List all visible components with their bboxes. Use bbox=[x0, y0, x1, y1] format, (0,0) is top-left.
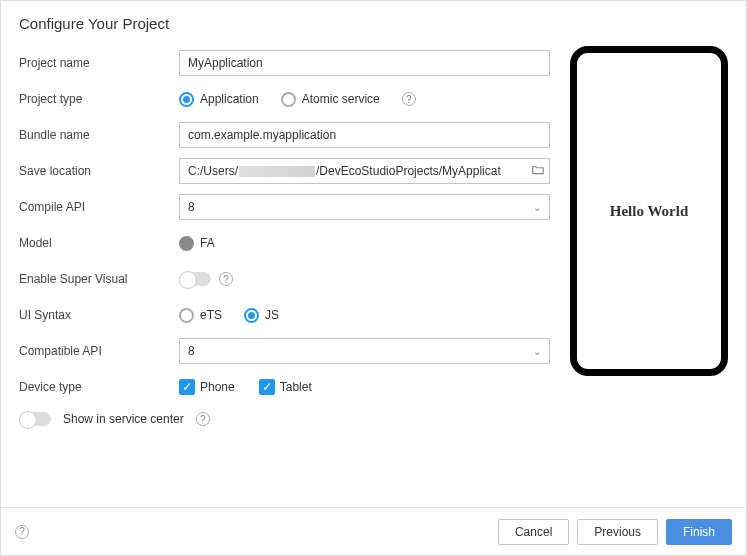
cancel-button[interactable]: Cancel bbox=[498, 519, 569, 545]
project-type-application-radio[interactable]: Application bbox=[179, 92, 259, 107]
preview-text: Hello World bbox=[610, 203, 688, 220]
device-phone-checkbox[interactable]: ✓ Phone bbox=[179, 379, 235, 395]
chevron-down-icon: ⌄ bbox=[533, 202, 541, 213]
ui-syntax-label: UI Syntax bbox=[19, 308, 179, 322]
radio-icon bbox=[179, 92, 194, 107]
help-icon[interactable]: ? bbox=[196, 412, 210, 426]
path-suffix: /DevEcoStudioProjects/MyApplicat bbox=[316, 164, 501, 178]
super-visual-toggle[interactable] bbox=[179, 272, 211, 286]
radio-label: Application bbox=[200, 92, 259, 106]
super-visual-label: Enable Super Visual bbox=[19, 272, 179, 286]
device-tablet-checkbox[interactable]: ✓ Tablet bbox=[259, 379, 312, 395]
model-fa-radio[interactable]: FA bbox=[179, 236, 215, 251]
save-location-label: Save location bbox=[19, 164, 179, 178]
radio-label: eTS bbox=[200, 308, 222, 322]
project-name-input[interactable] bbox=[179, 50, 550, 76]
project-name-label: Project name bbox=[19, 56, 179, 70]
select-value: 8 bbox=[188, 200, 195, 214]
bundle-name-label: Bundle name bbox=[19, 128, 179, 142]
service-center-toggle[interactable] bbox=[19, 412, 51, 426]
compile-api-select[interactable]: 8 ⌄ bbox=[179, 194, 550, 220]
help-icon[interactable]: ? bbox=[402, 92, 416, 106]
project-type-label: Project type bbox=[19, 92, 179, 106]
radio-icon bbox=[244, 308, 259, 323]
path-prefix: C:/Users/ bbox=[188, 164, 238, 178]
compile-api-label: Compile API bbox=[19, 200, 179, 214]
device-type-label: Device type bbox=[19, 380, 179, 394]
radio-label: Atomic service bbox=[302, 92, 380, 106]
help-icon[interactable]: ? bbox=[219, 272, 233, 286]
redacted-text bbox=[239, 166, 315, 177]
device-preview: Hello World bbox=[570, 46, 728, 426]
folder-icon[interactable] bbox=[531, 163, 545, 180]
ui-syntax-ets-radio[interactable]: eTS bbox=[179, 308, 222, 323]
radio-icon bbox=[179, 308, 194, 323]
model-label: Model bbox=[19, 236, 179, 250]
check-icon: ✓ bbox=[179, 379, 195, 395]
radio-icon bbox=[281, 92, 296, 107]
select-value: 8 bbox=[188, 344, 195, 358]
compatible-api-label: Compatible API bbox=[19, 344, 179, 358]
check-icon: ✓ bbox=[259, 379, 275, 395]
help-icon[interactable]: ? bbox=[15, 525, 29, 539]
service-center-label: Show in service center bbox=[63, 412, 184, 426]
radio-icon bbox=[179, 236, 194, 251]
checkbox-label: Tablet bbox=[280, 380, 312, 394]
checkbox-label: Phone bbox=[200, 380, 235, 394]
compatible-api-select[interactable]: 8 ⌄ bbox=[179, 338, 550, 364]
project-type-atomic-radio[interactable]: Atomic service bbox=[281, 92, 380, 107]
finish-button[interactable]: Finish bbox=[666, 519, 732, 545]
chevron-down-icon: ⌄ bbox=[533, 346, 541, 357]
save-location-input[interactable]: C:/Users/ /DevEcoStudioProjects/MyApplic… bbox=[179, 158, 550, 184]
radio-label: JS bbox=[265, 308, 279, 322]
bundle-name-input[interactable] bbox=[179, 122, 550, 148]
ui-syntax-js-radio[interactable]: JS bbox=[244, 308, 279, 323]
phone-frame: Hello World bbox=[570, 46, 728, 376]
radio-label: FA bbox=[200, 236, 215, 250]
page-title: Configure Your Project bbox=[19, 15, 728, 32]
previous-button[interactable]: Previous bbox=[577, 519, 658, 545]
